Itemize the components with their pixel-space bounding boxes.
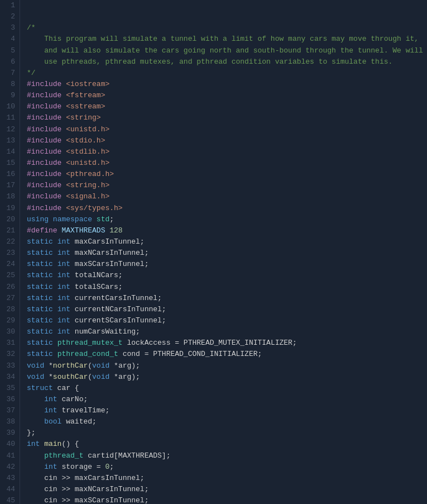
- code-line: #include <unistd.h>: [27, 124, 427, 135]
- code-token: static: [27, 350, 53, 358]
- line-number: 15: [2, 158, 15, 169]
- code-token: use pthreads, pthread mutexes, and pthre…: [27, 58, 392, 66]
- line-number: 42: [2, 462, 15, 473]
- code-token: <sys/types.h>: [66, 204, 122, 212]
- code-token: int: [44, 395, 57, 403]
- line-number: 24: [2, 259, 15, 270]
- code-token: bool: [44, 417, 61, 426]
- code-token: pthread_cond_t: [57, 350, 118, 358]
- code-token: static: [27, 237, 53, 246]
- code-token: currentNCarsInTunnel;: [70, 305, 166, 313]
- code-token: 128: [105, 226, 122, 235]
- code-token: <signal.h>: [66, 192, 109, 201]
- code-token: numCarsWaiting;: [70, 327, 140, 336]
- code-token: using: [27, 215, 49, 224]
- code-token: *: [44, 362, 53, 370]
- code-token: static: [27, 294, 53, 302]
- code-token: and will also simulate the cars going no…: [27, 46, 423, 55]
- code-line: int carNo;: [27, 394, 427, 405]
- line-number: 6: [2, 56, 15, 68]
- code-line: #include <sys/types.h>: [27, 203, 427, 214]
- code-token: [53, 260, 57, 268]
- code-token: (: [88, 373, 92, 381]
- code-token: };: [27, 429, 36, 437]
- code-token: [53, 271, 57, 279]
- code-line: use pthreads, pthread mutexes, and pthre…: [27, 56, 427, 68]
- code-token: [49, 215, 53, 224]
- code-token: [53, 305, 57, 313]
- code-line: static int numCarsWaiting;: [27, 326, 427, 337]
- code-token: void: [27, 373, 44, 381]
- code-token: static: [27, 327, 53, 336]
- code-token: ;: [109, 463, 114, 471]
- code-token: <pthread.h>: [66, 170, 114, 178]
- code-token: cartid[MAXTHREADS];: [83, 451, 170, 460]
- code-token: storage =: [57, 463, 105, 471]
- line-number: 3: [2, 22, 15, 34]
- line-numbers-gutter: 1234567891011121314151617181920212223242…: [0, 0, 20, 504]
- code-line: int main() {: [27, 439, 427, 450]
- code-line: #include <string.h>: [27, 180, 427, 191]
- code-token: cin >> maxCarsInTunnel;: [27, 474, 145, 482]
- line-number: 30: [2, 326, 15, 337]
- code-token: *arg);: [109, 373, 140, 381]
- line-number: 28: [2, 304, 15, 315]
- line-number: 18: [2, 191, 15, 202]
- code-token: <iostream>: [66, 80, 109, 88]
- code-token: carNo;: [57, 395, 88, 403]
- code-token: void: [92, 362, 109, 370]
- code-token: <unistd.h>: [66, 125, 109, 134]
- code-token: cin >> maxNCarsInTunnel;: [27, 485, 148, 493]
- line-number: 19: [2, 203, 15, 214]
- code-token: [53, 339, 57, 347]
- line-number: 17: [2, 180, 15, 191]
- code-token: #include: [27, 181, 61, 189]
- code-token: int: [57, 271, 70, 279]
- code-line: int travelTime;: [27, 405, 427, 416]
- code-token: /*: [27, 23, 36, 32]
- code-token: [92, 215, 97, 224]
- line-number: 16: [2, 169, 15, 180]
- code-token: [27, 406, 44, 415]
- code-token: int: [44, 406, 57, 415]
- code-line: #include <string>: [27, 112, 427, 123]
- code-token: [53, 294, 57, 302]
- line-number: 38: [2, 416, 15, 427]
- code-line: void *southCar(void *arg);: [27, 372, 427, 383]
- code-token: [27, 451, 44, 460]
- code-token: (: [88, 362, 92, 370]
- line-number: 41: [2, 450, 15, 462]
- line-number: 7: [2, 68, 15, 79]
- code-line: #include <unistd.h>: [27, 158, 427, 169]
- line-number: 27: [2, 293, 15, 304]
- code-line: static pthread_cond_t cond = PTHREAD_CON…: [27, 349, 427, 360]
- line-number: 4: [2, 34, 15, 45]
- code-token: travelTime;: [57, 406, 110, 415]
- line-number: 1: [2, 0, 15, 11]
- line-number: 20: [2, 214, 15, 225]
- code-token: southCar: [53, 373, 88, 381]
- code-token: northCar: [53, 362, 88, 370]
- code-line: static int maxCarsInTunnel;: [27, 236, 427, 248]
- code-token: [27, 463, 44, 471]
- line-number: 14: [2, 146, 15, 158]
- code-line: #include <fstream>: [27, 90, 427, 101]
- code-line: pthread_t cartid[MAXTHREADS];: [27, 450, 427, 462]
- code-token: ;: [109, 215, 114, 224]
- line-number: 11: [2, 112, 15, 123]
- code-token: <stdio.h>: [66, 136, 105, 145]
- line-number: 31: [2, 337, 15, 349]
- code-content[interactable]: /* This program will simulate a tunnel w…: [20, 0, 427, 504]
- code-token: #include: [27, 136, 61, 145]
- code-token: car {: [53, 384, 79, 392]
- code-token: int: [57, 283, 70, 291]
- code-token: int: [57, 237, 70, 246]
- code-line: };: [27, 427, 427, 439]
- code-token: #include: [27, 113, 61, 122]
- code-line: static int currentSCarsInTunnel;: [27, 315, 427, 326]
- code-token: <unistd.h>: [66, 159, 109, 167]
- line-number: 43: [2, 473, 15, 484]
- code-line: cin >> maxSCarsInTunnel;: [27, 495, 427, 504]
- code-line: #include <pthread.h>: [27, 169, 427, 180]
- code-token: #include: [27, 204, 61, 212]
